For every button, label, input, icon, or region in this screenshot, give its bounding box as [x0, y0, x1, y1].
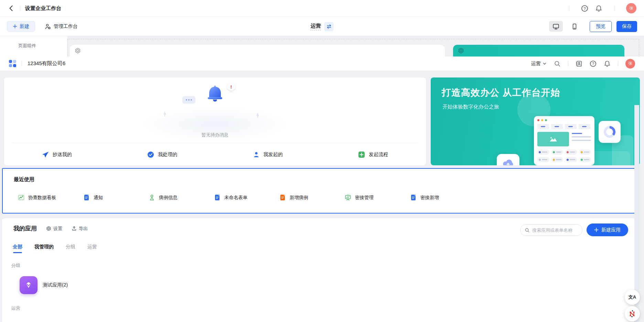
address-book-icon[interactable] — [576, 60, 582, 67]
apps-tabs: 全部我管理的分组运营 — [13, 244, 97, 253]
apps-tab[interactable]: 运营 — [87, 244, 97, 253]
recent-item[interactable]: 新增病例 — [279, 194, 345, 201]
scrollbar-track[interactable] — [634, 105, 639, 322]
screen: 设置企业工作台 ? 张 新建 管理工作台 运营 — [0, 0, 644, 322]
preview-button[interactable]: 预览 — [590, 21, 612, 32]
recent-items: 协查数据看板 通知 病例信息 未命名表单 新增病例 — [18, 194, 475, 201]
recent-item-label: 密接管理 — [355, 195, 374, 201]
help-icon[interactable]: ? — [590, 60, 597, 67]
todo-shortcut[interactable]: 我发起的 — [215, 144, 321, 165]
phone-icon — [571, 23, 578, 30]
person-green-icon — [149, 194, 155, 201]
component-settings-icon[interactable] — [75, 48, 81, 54]
recent-item-label: 病例信息 — [159, 195, 178, 201]
recent-item[interactable]: 通知 — [83, 194, 149, 201]
help-icon[interactable]: ? — [581, 5, 588, 12]
apps-tab[interactable]: 全部 — [13, 244, 22, 253]
tree-icon — [256, 112, 260, 119]
board-green-icon — [345, 194, 351, 201]
monitor-icon — [552, 23, 559, 30]
search-icon — [525, 228, 530, 233]
save-button[interactable]: 保存 — [616, 21, 637, 32]
translate-float-button[interactable]: 文A — [625, 290, 640, 305]
recent-item-label: 密接新增 — [420, 195, 439, 201]
plus-icon — [13, 24, 17, 29]
apps-tab[interactable]: 我管理的 — [34, 244, 54, 253]
divider — [569, 6, 569, 11]
divider — [22, 61, 22, 66]
gear-icon — [46, 226, 51, 231]
network-icon — [629, 310, 636, 318]
my-apps-card: 我的应用 设置 导出 新建应用 — [2, 218, 637, 322]
app-search-input[interactable] — [532, 228, 577, 233]
banner-subtitle: 开始体验数字化办公之旅 — [442, 104, 499, 110]
switch-env-button[interactable] — [324, 22, 334, 31]
todo-shortcuts: 抄送我的 我处理的 我发起的 发起流程 — [4, 144, 426, 165]
mobile-view-button[interactable] — [568, 21, 581, 32]
tree-icon — [163, 111, 167, 117]
new-app-button[interactable]: 新建应用 — [587, 224, 628, 236]
apps-export-button[interactable]: 导出 — [72, 226, 88, 232]
manage-workbench-button[interactable]: 管理工作台 — [45, 23, 78, 30]
divider — [614, 6, 614, 11]
chevron-down-icon — [543, 62, 547, 66]
doc-blue-icon — [410, 194, 417, 201]
todo-card: ! 暂无待办消息 抄送我的 我处理的 我发起的 — [4, 77, 426, 165]
bell-illustration-icon — [205, 84, 225, 106]
image-icon — [549, 136, 558, 143]
chart-green-icon — [18, 194, 24, 201]
component-card-top-teal[interactable] — [453, 45, 624, 56]
apps-settings-button[interactable]: 设置 — [46, 226, 62, 232]
avatar[interactable]: 张 — [625, 59, 635, 69]
recent-item[interactable]: 协查数据看板 — [18, 194, 83, 201]
divider — [20, 6, 20, 11]
app-search — [520, 224, 582, 236]
recent-item[interactable]: 密接管理 — [345, 194, 410, 201]
divider — [618, 61, 618, 66]
env-label[interactable]: 运营 — [311, 23, 321, 30]
shortcut-label: 发起流程 — [369, 152, 388, 158]
recent-item-label: 协查数据看板 — [28, 195, 56, 201]
svg-text:?: ? — [583, 6, 586, 10]
export-label: 导出 — [79, 226, 88, 232]
bell-icon[interactable] — [595, 5, 602, 12]
recent-item[interactable]: 密接新增 — [410, 194, 475, 201]
todo-shortcut[interactable]: 我处理的 — [110, 144, 215, 165]
top-header: 设置企业工作台 ? 张 — [0, 0, 644, 17]
recent-item-label: 未命名表单 — [224, 195, 248, 201]
settings-label: 设置 — [53, 226, 62, 232]
network-float-button[interactable] — [625, 306, 640, 321]
component-card-top[interactable] — [70, 45, 445, 56]
todo-shortcut[interactable]: 抄送我的 — [4, 144, 110, 165]
desktop-view-button[interactable] — [549, 21, 563, 32]
send-blue-icon — [42, 151, 49, 158]
recent-item[interactable]: 未命名表单 — [214, 194, 279, 201]
todo-shortcut[interactable]: 发起流程 — [321, 144, 426, 165]
company-name: 12345有限公司6 — [28, 60, 65, 67]
dots-bubble-icon — [182, 96, 195, 104]
manage-label: 管理工作台 — [54, 23, 78, 30]
banner-browser-illustration — [534, 116, 594, 165]
env-dropdown[interactable]: 运营 — [531, 61, 547, 67]
new-component-button[interactable]: 新建 — [7, 21, 35, 32]
bell-icon[interactable] — [604, 60, 611, 67]
cloud-upload-icon — [502, 158, 514, 165]
translate-icon: 文A — [629, 294, 636, 300]
apps-tab[interactable]: 分组 — [66, 244, 75, 253]
search-icon[interactable] — [554, 60, 561, 67]
recent-item-label: 通知 — [94, 195, 103, 201]
builder-canvas: 页面组件 12345有限公司6 运营 ? 张 — [0, 36, 644, 322]
component-panel: 页面组件 — [0, 36, 67, 56]
back-icon[interactable] — [8, 4, 15, 12]
workspace-content: ! 暂无待办消息 抄送我的 我处理的 我发起的 — [0, 71, 639, 322]
recent-item[interactable]: 病例信息 — [149, 194, 214, 201]
check-blue-icon — [147, 151, 154, 158]
doc-orange-icon — [279, 194, 286, 201]
gem-icon — [24, 281, 33, 290]
avatar[interactable]: 张 — [626, 3, 636, 13]
promo-banner[interactable]: 打造高效办公 从工作台开始 开始体验数字化办公之旅 — [431, 77, 640, 165]
app-tile[interactable]: 测试应用(2) — [20, 276, 68, 294]
progress-ring-illustration — [599, 121, 621, 143]
component-settings-icon[interactable] — [458, 48, 464, 54]
recent-used-card[interactable]: 最近使用 协查数据看板 通知 病例信息 — [2, 168, 637, 214]
